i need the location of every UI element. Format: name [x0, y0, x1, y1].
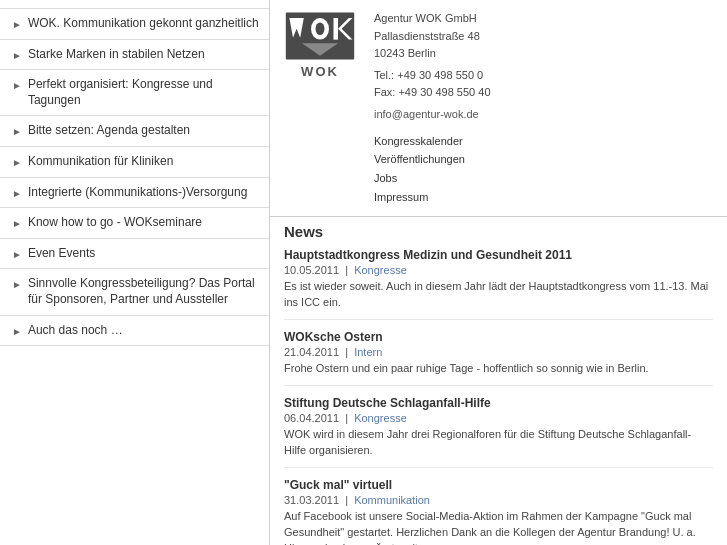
- nav-item[interactable]: ► Even Events: [0, 239, 269, 270]
- news-body: WOK wird in diesem Jahr drei Regionalfor…: [284, 427, 713, 459]
- news-item-title: "Guck mal" virtuell: [284, 478, 713, 492]
- nav-item[interactable]: ► Sinnvolle Kongressbeteiligung? Das Por…: [0, 269, 269, 315]
- news-category-link[interactable]: Kongresse: [354, 264, 407, 276]
- news-category-link[interactable]: Kongresse: [354, 412, 407, 424]
- logo-wordmark: WOK: [301, 64, 339, 79]
- email-link[interactable]: info@agentur-wok.de: [374, 108, 479, 120]
- nav-arrow-icon: ►: [12, 79, 22, 92]
- nav-item-label: WOK. Kommunikation gekonnt ganzheitlich: [28, 16, 259, 32]
- nav-item[interactable]: ► WOK. Kommunikation gekonnt ganzheitlic…: [0, 8, 269, 40]
- fax: Fax: +49 30 498 550 40: [374, 84, 491, 102]
- site-link[interactable]: Impressum: [374, 188, 491, 207]
- news-body: Frohe Ostern und ein paar ruhige Tage - …: [284, 361, 713, 377]
- news-meta: 06.04.2011 | Kongresse: [284, 412, 713, 424]
- logo-area: WOK: [284, 10, 356, 79]
- company-name: Agentur WOK GmbH: [374, 10, 491, 28]
- news-date: 10.05.2011: [284, 264, 339, 276]
- news-date: 21.04.2011: [284, 346, 339, 358]
- news-body: Es ist wieder soweit. Auch in diesem Jah…: [284, 279, 713, 311]
- news-item-title: Hauptstadtkongress Medizin und Gesundhei…: [284, 248, 713, 262]
- news-meta: 31.03.2011 | Kommunikation: [284, 494, 713, 506]
- news-meta: 10.05.2011 | Kongresse: [284, 264, 713, 276]
- news-item: "Guck mal" virtuell 31.03.2011 | Kommuni…: [284, 478, 713, 545]
- news-category-link[interactable]: Intern: [354, 346, 382, 358]
- news-section: News Hauptstadtkongress Medizin und Gesu…: [270, 217, 727, 545]
- nav-item-label: Perfekt organisiert: Kongresse und Tagun…: [28, 77, 259, 108]
- svg-rect-4: [334, 18, 339, 40]
- news-title: News: [284, 223, 713, 240]
- nav-item[interactable]: ► Auch das noch …: [0, 316, 269, 347]
- nav-item[interactable]: ► Kommunikation für Kliniken: [0, 147, 269, 178]
- nav-arrow-icon: ►: [12, 248, 22, 261]
- nav-item-label: Starke Marken in stabilen Netzen: [28, 47, 205, 63]
- nav-arrow-icon: ►: [12, 156, 22, 169]
- news-item: WOKsche Ostern 21.04.2011 | Intern Frohe…: [284, 330, 713, 386]
- nav-item-label: Know how to go - WOKseminare: [28, 215, 202, 231]
- news-category-link[interactable]: Kommunikation: [354, 494, 430, 506]
- nav-item-label: Kommunikation für Kliniken: [28, 154, 173, 170]
- news-item: Stiftung Deutsche Schlaganfall-Hilfe 06.…: [284, 396, 713, 468]
- wok-logo: [284, 10, 356, 62]
- city: 10243 Berlin: [374, 45, 491, 63]
- nav-arrow-icon: ►: [12, 49, 22, 62]
- street: Pallasdienststraße 48: [374, 28, 491, 46]
- contact-info: Agentur WOK GmbH Pallasdienststraße 48 1…: [374, 10, 491, 206]
- news-date: 06.04.2011: [284, 412, 339, 424]
- site-links: Kongresskalen­derVeröffentlichungenJobsI…: [374, 132, 491, 207]
- contact-details: Agentur WOK GmbH Pallasdienststraße 48 1…: [374, 10, 491, 124]
- nav-item-label: Auch das noch …: [28, 323, 123, 339]
- right-col: WOK Agentur WOK GmbH Pallasdienststraße …: [270, 0, 727, 545]
- svg-point-3: [316, 23, 325, 36]
- nav-item[interactable]: ► Bitte setzen: Agenda gestalten: [0, 116, 269, 147]
- nav-arrow-icon: ►: [12, 278, 22, 291]
- nav-arrow-icon: ►: [12, 217, 22, 230]
- nav-item[interactable]: ► Integrierte (Kommunikations-)Versorgun…: [0, 178, 269, 209]
- nav-item-label: Bitte setzen: Agenda gestalten: [28, 123, 190, 139]
- site-link[interactable]: Kongresskalen­der: [374, 132, 491, 151]
- news-date: 31.03.2011: [284, 494, 339, 506]
- news-body: Auf Facebook ist unsere Social-Media-Akt…: [284, 509, 713, 545]
- nav-item[interactable]: ► Perfekt organisiert: Kongresse und Tag…: [0, 70, 269, 116]
- left-nav: ► WOK. Kommunikation gekonnt ganzheitlic…: [0, 0, 270, 545]
- nav-item-label: Even Events: [28, 246, 95, 262]
- news-meta: 21.04.2011 | Intern: [284, 346, 713, 358]
- news-item: Hauptstadtkongress Medizin und Gesundhei…: [284, 248, 713, 320]
- nav-arrow-icon: ►: [12, 325, 22, 338]
- site-link[interactable]: Jobs: [374, 169, 491, 188]
- nav-arrow-icon: ►: [12, 125, 22, 138]
- nav-arrow-icon: ►: [12, 18, 22, 31]
- nav-item-label: Integrierte (Kommunikations-)Versorgung: [28, 185, 247, 201]
- nav-arrow-icon: ►: [12, 187, 22, 200]
- nav-item[interactable]: ► Starke Marken in stabilen Netzen: [0, 40, 269, 71]
- news-item-title: WOKsche Ostern: [284, 330, 713, 344]
- nav-item-label: Sinnvolle Kongressbeteiligung? Das Porta…: [28, 276, 259, 307]
- top-band: WOK Agentur WOK GmbH Pallasdienststraße …: [270, 0, 727, 217]
- site-link[interactable]: Veröffentlichungen: [374, 150, 491, 169]
- tel: Tel.: +49 30 498 550 0: [374, 67, 491, 85]
- news-item-title: Stiftung Deutsche Schlaganfall-Hilfe: [284, 396, 713, 410]
- nav-item[interactable]: ► Know how to go - WOKseminare: [0, 208, 269, 239]
